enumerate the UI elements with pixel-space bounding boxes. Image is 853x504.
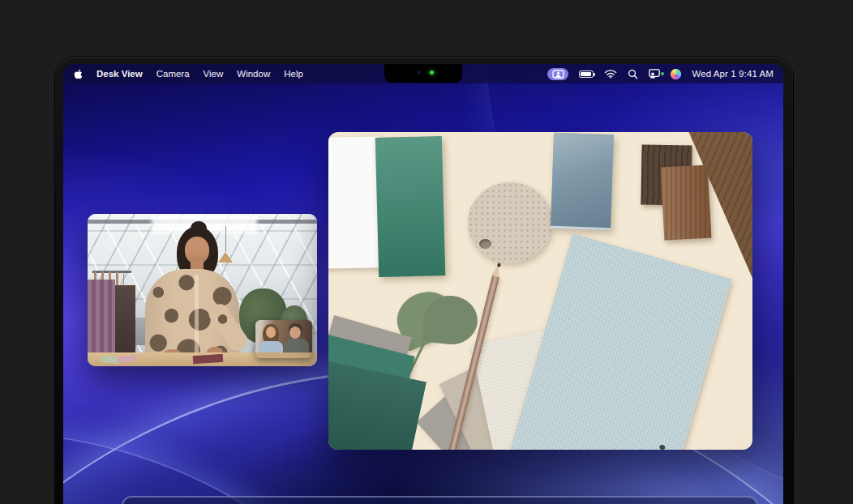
pip-woman-face	[266, 327, 276, 338]
facetime-video-window[interactable]	[88, 214, 317, 366]
desk-view-vignette	[328, 132, 752, 450]
macbook-frame: Desk View Camera View Window Help	[55, 57, 793, 504]
menu-help[interactable]: Help	[284, 69, 303, 79]
desk-chip-pink	[117, 355, 136, 365]
menu-camera[interactable]: Camera	[156, 69, 190, 79]
desk-view-status-pill[interactable]	[547, 68, 568, 80]
macbook-screen: Desk View Camera View Window Help	[63, 64, 783, 504]
pip-man-face	[289, 327, 301, 339]
siri-icon[interactable]	[671, 69, 681, 79]
apple-menu-icon[interactable]	[74, 69, 83, 79]
presence-green-dot	[661, 72, 664, 75]
menu-bar-clock[interactable]: Wed Apr 1 9:41 AM	[692, 69, 774, 79]
desk-chip-maroon	[193, 353, 223, 364]
menu-window[interactable]: Window	[237, 69, 270, 79]
camera-lens	[417, 70, 421, 75]
camera-active-indicator	[430, 70, 434, 75]
woman-face	[185, 237, 209, 264]
display-notch	[384, 64, 462, 83]
menu-view[interactable]: View	[204, 69, 224, 79]
pendant-lamp	[218, 252, 233, 263]
battery-icon[interactable]	[579, 70, 594, 78]
background-window-edge[interactable]	[122, 496, 758, 504]
desktop-photo-backdrop: Desk View Camera View Window Help	[0, 0, 853, 504]
wifi-icon[interactable]	[604, 69, 617, 79]
presenter-overlay-icon[interactable]	[649, 69, 660, 79]
pip-table	[255, 352, 312, 358]
desk-view-window[interactable]	[328, 132, 752, 450]
facetime-pip-self-view[interactable]	[255, 320, 312, 358]
lamp-cord	[225, 226, 226, 252]
blouse-placket	[195, 275, 199, 360]
menu-app-name[interactable]: Desk View	[96, 69, 143, 79]
spotlight-search-icon[interactable]	[628, 69, 638, 79]
